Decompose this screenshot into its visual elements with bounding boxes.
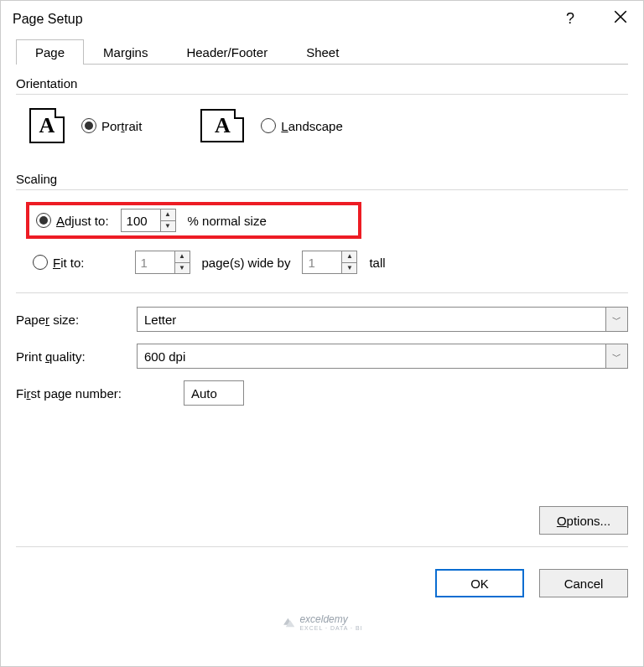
first-page-number-row: First page number: Auto bbox=[16, 380, 628, 406]
divider bbox=[16, 189, 628, 190]
divider bbox=[16, 94, 628, 95]
radio-icon bbox=[81, 118, 96, 133]
watermark: exceldemy EXCEL · DATA · BI bbox=[281, 613, 362, 631]
spinner-arrows[interactable]: ▲ ▼ bbox=[341, 251, 356, 273]
adjust-to-label: Adjust to: bbox=[56, 214, 109, 228]
spinner-up-icon[interactable]: ▲ bbox=[175, 251, 190, 263]
spinner-up-icon[interactable]: ▲ bbox=[342, 251, 356, 263]
scaling-group-label: Scaling bbox=[16, 172, 628, 186]
fit-wide-input[interactable] bbox=[136, 251, 174, 273]
dialog-content: Page Margins Header/Footer Sheet Orienta… bbox=[1, 35, 643, 559]
title-bar: Page Setup ? bbox=[1, 1, 643, 35]
print-quality-combo[interactable]: 600 dpi ﹀ bbox=[137, 344, 628, 369]
close-button[interactable] bbox=[610, 9, 631, 28]
landscape-label: Landscape bbox=[281, 119, 342, 133]
footer-buttons: OK Cancel bbox=[1, 559, 643, 601]
portrait-radio[interactable]: Portrait bbox=[81, 118, 142, 133]
chevron-down-icon[interactable]: ﹀ bbox=[605, 308, 627, 331]
adjust-to-suffix: % normal size bbox=[188, 214, 267, 228]
watermark-icon bbox=[281, 616, 294, 629]
tab-margins[interactable]: Margins bbox=[84, 39, 167, 65]
fit-to-mid-label: page(s) wide by bbox=[202, 256, 291, 270]
svg-marker-2 bbox=[283, 618, 293, 624]
landscape-radio[interactable]: Landscape bbox=[261, 118, 342, 133]
radio-icon bbox=[261, 118, 276, 133]
radio-icon bbox=[36, 213, 51, 228]
options-button[interactable]: Options... bbox=[539, 506, 628, 535]
divider bbox=[16, 546, 628, 547]
portrait-label: Portrait bbox=[101, 119, 142, 133]
fit-to-row: Fit to: ▲ ▼ page(s) wide by ▲ ▼ tall bbox=[26, 247, 628, 277]
first-page-number-label: First page number: bbox=[16, 386, 175, 401]
spinner-arrows[interactable]: ▲ ▼ bbox=[174, 251, 190, 273]
paper-size-combo[interactable]: Letter ﹀ bbox=[137, 307, 628, 332]
window-title: Page Setup bbox=[13, 12, 83, 27]
first-page-number-input[interactable]: Auto bbox=[184, 380, 244, 406]
adjust-to-spinner[interactable]: ▲ ▼ bbox=[121, 209, 176, 232]
cancel-button[interactable]: Cancel bbox=[539, 569, 628, 597]
window-controls: ? bbox=[559, 9, 631, 28]
fit-tall-spinner[interactable]: ▲ ▼ bbox=[302, 251, 357, 274]
close-icon bbox=[613, 9, 628, 24]
print-quality-label: Print quality: bbox=[16, 349, 128, 364]
spinner-down-icon[interactable]: ▼ bbox=[161, 221, 175, 232]
divider bbox=[16, 292, 628, 293]
tab-headerfooter[interactable]: Header/Footer bbox=[167, 39, 287, 65]
options-row: Options... bbox=[16, 506, 628, 535]
paper-size-label: Paper size: bbox=[16, 313, 128, 327]
orientation-row: A Portrait A Landscape bbox=[16, 103, 628, 152]
portrait-page-icon: A bbox=[29, 108, 65, 143]
paper-size-value: Letter bbox=[138, 308, 605, 331]
adjust-to-input[interactable] bbox=[122, 209, 160, 231]
ok-button[interactable]: OK bbox=[435, 569, 524, 597]
tab-bar: Page Margins Header/Footer Sheet bbox=[16, 39, 628, 65]
landscape-page-icon: A bbox=[200, 109, 244, 142]
svg-marker-3 bbox=[286, 620, 295, 627]
spinner-arrows[interactable]: ▲ ▼ bbox=[160, 209, 175, 231]
spinner-down-icon[interactable]: ▼ bbox=[342, 263, 356, 274]
orientation-group-label: Orientation bbox=[16, 76, 628, 90]
fit-wide-spinner[interactable]: ▲ ▼ bbox=[135, 251, 190, 274]
spinner-down-icon[interactable]: ▼ bbox=[175, 263, 190, 274]
adjust-to-highlight: Adjust to: ▲ ▼ % normal size bbox=[26, 202, 361, 239]
print-quality-value: 600 dpi bbox=[138, 344, 605, 368]
scaling-block: Adjust to: ▲ ▼ % normal size Fit to: bbox=[16, 199, 628, 277]
fit-tall-input[interactable] bbox=[303, 251, 341, 273]
paper-size-row: Paper size: Letter ﹀ bbox=[16, 307, 628, 332]
radio-icon bbox=[33, 255, 48, 270]
fit-to-radio[interactable]: Fit to: bbox=[33, 255, 85, 270]
tab-page[interactable]: Page bbox=[16, 39, 84, 65]
fit-to-tall-suffix: tall bbox=[369, 256, 385, 270]
print-quality-row: Print quality: 600 dpi ﹀ bbox=[16, 344, 628, 369]
tab-sheet[interactable]: Sheet bbox=[287, 39, 358, 65]
chevron-down-icon[interactable]: ﹀ bbox=[605, 344, 627, 368]
adjust-to-radio[interactable]: Adjust to: bbox=[36, 213, 109, 228]
spinner-up-icon[interactable]: ▲ bbox=[161, 209, 175, 221]
help-button[interactable]: ? bbox=[559, 10, 581, 28]
fit-to-label: Fit to: bbox=[53, 256, 85, 270]
